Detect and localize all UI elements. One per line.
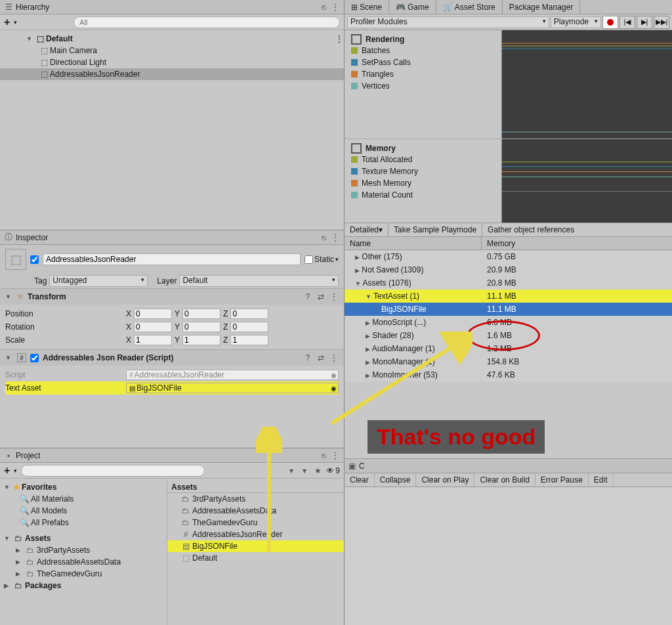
console-tab[interactable]: ▣ C <box>345 458 672 473</box>
tab-scene[interactable]: ⊞Scene <box>345 0 389 14</box>
detail-mode-dropdown[interactable]: Detailed ▾ <box>345 223 388 236</box>
component-enable-checkbox[interactable] <box>30 354 39 362</box>
static-checkbox[interactable] <box>304 255 313 264</box>
clear-on-play-button[interactable]: Clear on Play <box>416 473 474 486</box>
memory-row[interactable]: BigJSONFile11.1 MB <box>345 303 672 316</box>
gameobject-cube-icon[interactable]: ⬚ <box>5 249 26 270</box>
pos-x[interactable] <box>134 309 172 319</box>
memory-row[interactable]: ▼ Assets (1076)20.8 MB <box>345 276 672 290</box>
gameobject-row[interactable]: ⬚ AddressablesJsonReader <box>0 68 344 80</box>
gameobject-row[interactable]: ⬚ Main Camera <box>0 45 344 56</box>
memory-row[interactable]: ▶ MonoScript (...)6.6 MB <box>345 316 672 329</box>
asset-item[interactable]: 🗀TheGamedevGuru <box>167 517 344 528</box>
clear-button[interactable]: Clear <box>345 473 375 486</box>
scene-row[interactable]: ▼ ⬚ Default ⋮ <box>0 33 344 45</box>
back-button[interactable]: |◀ <box>620 16 635 29</box>
memory-column-header[interactable]: Memory <box>482 237 672 249</box>
rot-x[interactable] <box>134 322 172 332</box>
assets-header[interactable]: ▼🗀Assets <box>0 532 167 544</box>
folder-item[interactable]: ▶🗀3rdPartyAssets <box>0 544 167 556</box>
lock-icon[interactable]: ⎋ <box>319 233 328 242</box>
error-pause-button[interactable]: Error Pause <box>536 473 589 486</box>
hidden-toggle[interactable]: 👁9 <box>326 466 340 475</box>
foldout-icon[interactable]: ▼ <box>5 355 13 361</box>
clear-on-build-button[interactable]: Clear on Build <box>474 473 535 486</box>
current-button[interactable]: ▶▶| <box>654 16 669 29</box>
filter-icon[interactable]: ▾ <box>287 466 296 475</box>
active-checkbox[interactable] <box>30 255 39 264</box>
layer-dropdown[interactable]: Default <box>179 275 339 287</box>
add-button[interactable]: + <box>4 465 10 477</box>
take-sample-button[interactable]: Take Sample Playmode <box>388 223 482 236</box>
menu-icon[interactable]: ⋮ <box>331 233 340 242</box>
favorite-item[interactable]: 🔍All Materials <box>0 493 167 505</box>
add-button[interactable]: + <box>4 16 10 28</box>
memory-row[interactable]: ▶ Other (175)0.75 GB <box>345 250 672 263</box>
asset-item[interactable]: 🗀3rdPartyAssets <box>167 493 344 505</box>
record-button[interactable] <box>602 16 618 29</box>
editor-button[interactable]: Edit <box>589 473 614 486</box>
memory-row[interactable]: ▶ AudioManager (1)1.2 MB <box>345 342 672 355</box>
favorite-item[interactable]: 🔍All Prefabs <box>0 517 167 528</box>
rendering-graph[interactable] <box>502 30 672 139</box>
menu-icon[interactable]: ⋮ <box>331 451 340 460</box>
asset-item[interactable]: #AddressablesJsonReader <box>167 528 344 540</box>
menu-icon[interactable]: ⋮ <box>331 3 340 12</box>
memory-graph[interactable] <box>502 139 672 223</box>
object-picker-icon[interactable]: ◉ <box>331 372 337 379</box>
tab-game[interactable]: 🎮Game <box>389 0 436 14</box>
help-icon[interactable]: ? <box>303 353 312 362</box>
folder-item[interactable]: ▶🗀TheGamedevGuru <box>0 568 167 580</box>
folder-item[interactable]: ▶🗀AddressableAssetsData <box>0 556 167 568</box>
asset-item[interactable]: 🗀AddressableAssetsData <box>167 505 344 517</box>
scale-x[interactable] <box>134 335 172 345</box>
game-icon: 🎮 <box>396 3 406 12</box>
hierarchy-icon: ☰ <box>4 3 13 12</box>
gather-refs-button[interactable]: Gather object references <box>482 223 672 236</box>
playmode-dropdown[interactable]: Playmode <box>551 16 601 28</box>
object-picker-icon[interactable]: ◉ <box>331 385 337 392</box>
lock-icon[interactable]: ⎋ <box>319 3 328 12</box>
project-search[interactable] <box>21 465 205 477</box>
hierarchy-search[interactable] <box>74 16 340 28</box>
context-icon[interactable]: ⋮ <box>335 34 344 43</box>
collapse-button[interactable]: Collapse <box>375 473 417 486</box>
pos-z[interactable] <box>230 309 268 319</box>
project-panel: ▪ Project ⎋ ⋮ +▾ ▾ ▾ ★ 👁9 ▼★Favorites 🔍A… <box>0 448 344 625</box>
rot-z[interactable] <box>230 322 268 332</box>
name-column-header[interactable]: Name <box>345 237 482 249</box>
memory-row[interactable]: ▶ MonoManager (1)154.8 KB <box>345 355 672 368</box>
rot-y[interactable] <box>182 322 220 332</box>
gameobject-row[interactable]: ⬚ Directional Light <box>0 56 344 68</box>
assets-breadcrumb[interactable]: Assets <box>167 481 344 493</box>
lock-icon[interactable]: ⎋ <box>319 451 328 460</box>
menu-icon[interactable]: ⋮ <box>329 292 339 301</box>
favorites-header[interactable]: ▼★Favorites <box>0 481 167 493</box>
memory-row[interactable]: ▶ Not Saved (1309)20.9 MB <box>345 263 672 276</box>
forward-button[interactable]: ▶| <box>637 16 652 29</box>
help-icon[interactable]: ? <box>303 292 312 301</box>
favorite-icon[interactable]: ★ <box>313 466 322 475</box>
scale-y[interactable] <box>182 335 220 345</box>
tab-asset-store[interactable]: 🛒Asset Store <box>436 0 503 14</box>
pos-y[interactable] <box>182 309 220 319</box>
filter-icon[interactable]: ▾ <box>300 466 309 475</box>
asset-item[interactable]: ⬚Default <box>167 552 344 564</box>
foldout-icon[interactable]: ▼ <box>26 35 34 42</box>
memory-row[interactable]: ▶ Shader (28)1.6 MB <box>345 329 672 342</box>
memory-row[interactable]: ▶ MonoImporter (53)47.6 KB <box>345 368 672 381</box>
memory-row[interactable]: ▼ TextAsset (1)11.1 MB <box>345 290 672 303</box>
menu-icon[interactable]: ⋮ <box>329 353 339 362</box>
asset-item[interactable]: ▤BigJSONFile <box>167 540 344 552</box>
favorite-item[interactable]: 🔍All Models <box>0 505 167 517</box>
tab-package-manager[interactable]: Package Manager <box>503 0 580 14</box>
preset-icon[interactable]: ⇄ <box>316 292 326 301</box>
tag-dropdown[interactable]: Untagged <box>49 275 148 287</box>
profiler-modules-dropdown[interactable]: Profiler Modules <box>347 16 549 28</box>
packages-header[interactable]: ▶🗀Packages <box>0 580 167 592</box>
scale-z[interactable] <box>230 335 268 345</box>
preset-icon[interactable]: ⇄ <box>316 353 326 362</box>
object-name-field[interactable] <box>43 253 301 265</box>
text-asset-field[interactable]: ▤ BigJSONFile ◉ <box>126 383 339 393</box>
foldout-icon[interactable]: ▼ <box>5 293 13 300</box>
